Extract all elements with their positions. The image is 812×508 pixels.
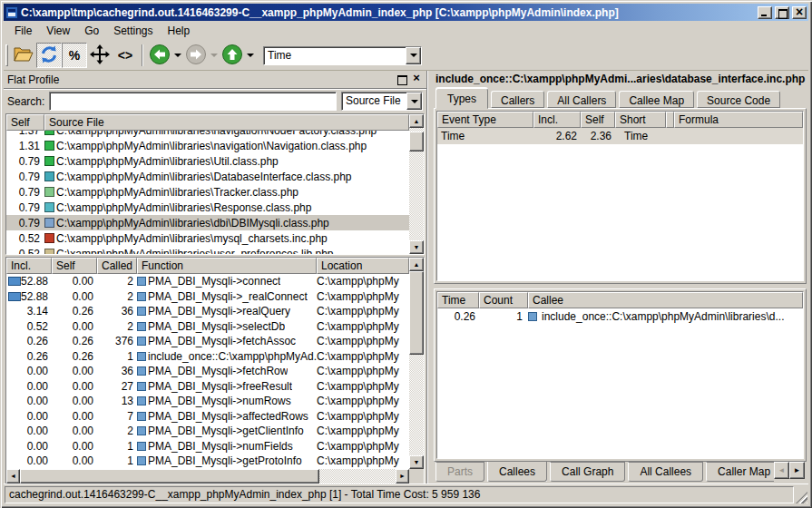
column-header-self[interactable]: Self <box>581 112 615 128</box>
tab-caller-map[interactable]: Caller Map <box>706 462 774 482</box>
chevron-down-icon[interactable] <box>406 47 421 64</box>
source-file-row[interactable]: 1.31C:\xampp\phpMyAdmin\libraries\naviga… <box>6 138 409 153</box>
scroll-up-icon[interactable] <box>409 114 424 128</box>
row-function-name: PMA_DBI_Mysqli->fetchRow <box>137 364 317 378</box>
column-header-count[interactable]: Count <box>479 292 528 308</box>
source-file-row[interactable]: 0.52C:\xampp\phpMyAdmin\libraries\mysql_… <box>6 230 409 246</box>
column-header-self[interactable]: Self <box>6 114 44 131</box>
scrollbar-thumb[interactable] <box>409 271 424 355</box>
tab-callees[interactable]: Callees <box>487 462 547 482</box>
scroll-up-icon[interactable] <box>409 258 424 271</box>
menu-view[interactable]: View <box>39 22 77 40</box>
event-type-row[interactable]: Time 2.62 2.36 Time <box>437 128 803 144</box>
function-row[interactable]: 52.880.002PMA_DBI_Mysqli->connectC:\xamp… <box>6 274 409 289</box>
scrollbar-thumb[interactable] <box>20 469 319 484</box>
scroll-down-icon[interactable] <box>409 455 424 469</box>
function-row[interactable]: 0.000.001PMA_DBI_Mysqli->numFieldsC:\xam… <box>6 439 409 454</box>
column-header-location[interactable]: Location <box>317 258 409 274</box>
column-header-event-type[interactable]: Event Type <box>437 112 533 128</box>
function-row[interactable]: 0.000.007PMA_DBI_Mysqli->affectedRowsC:\… <box>6 409 409 425</box>
back-button[interactable] <box>147 43 172 68</box>
source-file-row[interactable]: 1.37C:\xampp\phpMyAdmin\libraries\naviga… <box>6 131 409 138</box>
function-row[interactable]: 52.880.002PMA_DBI_Mysqli->_realConnectC:… <box>6 289 409 305</box>
row-self-cost: 0.00 <box>52 364 97 378</box>
function-row[interactable]: 0.000.002PMA_DBI_Mysqli->getClientInfoC:… <box>6 424 409 439</box>
toolbar-handle[interactable] <box>5 44 8 66</box>
dock-close-button[interactable] <box>410 73 423 85</box>
chevron-down-icon[interactable] <box>406 93 422 110</box>
up-button[interactable] <box>220 43 245 68</box>
scroll-left-icon[interactable] <box>6 469 20 484</box>
reload-button[interactable] <box>36 43 62 68</box>
dock-float-button[interactable] <box>396 73 408 85</box>
open-file-button[interactable] <box>11 43 36 68</box>
column-header-callee[interactable]: Callee <box>528 292 803 308</box>
function-row[interactable]: 0.260.261include_once::C:\xampp\phpMyAd.… <box>6 349 409 365</box>
column-header-self[interactable]: Self <box>52 258 97 274</box>
function-row[interactable]: 0.260.26376PMA_DBI_Mysqli->fetchAssocC:\… <box>6 334 409 349</box>
tab-types[interactable]: Types <box>435 88 488 109</box>
function-table-vscrollbar[interactable] <box>409 258 424 469</box>
source-file-row[interactable]: 0.79C:\xampp\phpMyAdmin\libraries\Tracke… <box>6 184 409 200</box>
function-row[interactable]: 3.140.2636PMA_DBI_Mysqli->realQueryC:\xa… <box>6 304 409 319</box>
column-header-function[interactable]: Function <box>137 258 317 274</box>
column-header-incl[interactable]: Incl. <box>6 258 52 274</box>
column-header-called[interactable]: Called <box>97 258 137 274</box>
source-file-table-vscrollbar[interactable] <box>409 114 424 254</box>
tab-call-graph[interactable]: Call Graph <box>550 462 625 482</box>
tab-callee-map[interactable]: Callee Map <box>619 91 694 108</box>
scrollbar-thumb[interactable] <box>409 132 424 151</box>
event-type-incl: 2.62 <box>533 129 581 144</box>
row-location: C:\xampp\phpMy <box>317 424 409 438</box>
source-file-row[interactable]: 0.52C:\xampp\phpMyAdmin\libraries\user_p… <box>6 246 409 254</box>
tab-all-callees[interactable]: All Callees <box>628 462 703 482</box>
row-location: C:\xampp\phpMy <box>317 274 409 288</box>
menu-go[interactable]: Go <box>77 22 106 40</box>
shorten-templates-button[interactable]: <> <box>113 43 138 68</box>
minimize-button[interactable] <box>758 6 772 19</box>
column-header-time[interactable]: Time <box>437 292 479 308</box>
scroll-right-icon[interactable] <box>396 469 409 484</box>
close-button[interactable] <box>792 6 807 19</box>
percent-button[interactable]: % <box>62 43 87 68</box>
source-file-row[interactable]: 0.79C:\xampp\phpMyAdmin\libraries\Respon… <box>6 200 409 215</box>
function-row[interactable]: 0.000.0027PMA_DBI_Mysqli->freeResultC:\x… <box>6 379 409 395</box>
column-header-spacer <box>666 112 674 128</box>
column-header-source-file[interactable]: Source File <box>44 114 409 131</box>
function-row[interactable]: 0.520.002PMA_DBI_Mysqli->selectDbC:\xamp… <box>6 319 409 335</box>
callee-row[interactable]: 0.26 1 include_once::C:\xampp\phpMyAdmin… <box>437 308 803 325</box>
source-file-row[interactable]: 0.79C:\xampp\phpMyAdmin\libraries\dbi\DB… <box>6 215 409 230</box>
maximize-button[interactable] <box>775 6 789 19</box>
menu-file[interactable]: File <box>7 22 39 40</box>
source-file-row[interactable]: 0.79C:\xampp\phpMyAdmin\libraries\Util.c… <box>6 153 409 169</box>
menu-help[interactable]: Help <box>161 22 198 40</box>
tab-all-callers[interactable]: All Callers <box>547 91 616 108</box>
back-dropdown-arrow[interactable] <box>172 43 183 68</box>
tab-source-code[interactable]: Source Code <box>697 91 780 108</box>
menu-settings[interactable]: Settings <box>106 22 160 40</box>
relative-cost-button[interactable] <box>87 43 113 68</box>
function-row[interactable]: 0.000.0013PMA_DBI_Mysqli->numRowsC:\xamp… <box>6 394 409 409</box>
column-header-short[interactable]: Short <box>615 112 666 128</box>
event-type-combo[interactable]: Time <box>263 46 422 65</box>
function-table-hscrollbar[interactable] <box>6 469 409 484</box>
resize-grip[interactable] <box>796 492 807 503</box>
tab-callers[interactable]: Callers <box>491 91 544 108</box>
function-row[interactable]: 0.000.001PMA_DBI_Mysqli->getProtoInfoC:\… <box>6 454 409 469</box>
search-input[interactable] <box>49 92 337 111</box>
detail-top-tabs: TypesCallersAll CallersCallee MapSource … <box>434 88 807 108</box>
function-row[interactable]: 0.000.0036PMA_DBI_Mysqli->fetchRowC:\xam… <box>6 364 409 379</box>
up-dropdown-arrow[interactable] <box>245 43 256 68</box>
row-self-cost: 0.26 <box>52 304 97 318</box>
app-icon <box>5 6 18 19</box>
row-self-cost: 1.31 <box>6 139 43 153</box>
column-header-incl[interactable]: Incl. <box>533 112 581 128</box>
row-location: C:\xampp\phpMy <box>317 394 409 408</box>
column-header-formula[interactable]: Formula <box>674 112 803 128</box>
cost-bar-icon <box>8 292 21 301</box>
source-file-row[interactable]: 0.79C:\xampp\phpMyAdmin\libraries\Databa… <box>6 169 409 184</box>
scroll-down-icon[interactable] <box>409 240 424 254</box>
group-by-combo[interactable]: Source File <box>341 92 423 111</box>
forward-button[interactable] <box>183 43 209 68</box>
tab-scroll-right-icon[interactable] <box>789 462 805 479</box>
